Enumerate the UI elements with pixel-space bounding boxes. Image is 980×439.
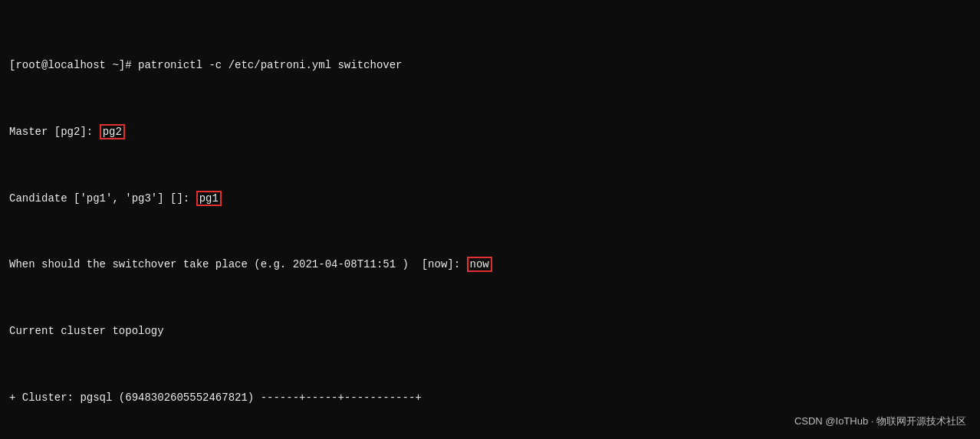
terminal-line-2: Master [pg2]: pg2 xyxy=(9,124,971,141)
input-candidate: pg1 xyxy=(196,191,222,206)
input-master: pg2 xyxy=(100,124,125,139)
terminal-line-4: When should the switchover take place (e… xyxy=(9,257,971,274)
terminal-line-3: Candidate ['pg1', 'pg3'] []: pg1 xyxy=(9,191,971,208)
terminal-line-5: Current cluster topology xyxy=(9,323,971,340)
terminal-window: [root@localhost ~]# patronictl -c /etc/p… xyxy=(0,0,980,439)
input-time: now xyxy=(467,257,492,272)
watermark: CSDN @IoTHub · 物联网开源技术社区 xyxy=(794,414,966,428)
terminal-line-1: [root@localhost ~]# patronictl -c /etc/p… xyxy=(9,57,971,74)
terminal-line-6: + Cluster: pgsql (6948302605552467821) -… xyxy=(9,390,971,407)
